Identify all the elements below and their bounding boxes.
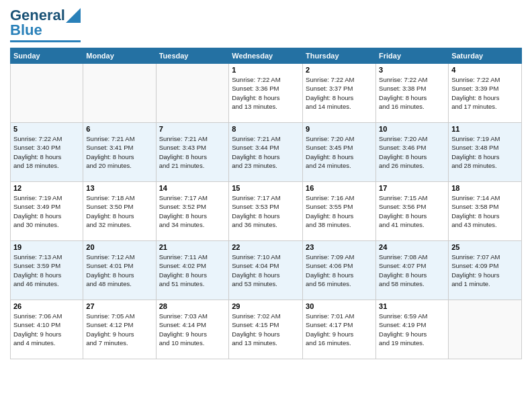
day-info: Sunrise: 7:05 AM Sunset: 4:12 PM Dayligh…: [86, 312, 152, 347]
day-info: Sunrise: 7:10 AM Sunset: 4:04 PM Dayligh…: [232, 253, 300, 288]
day-info: Sunrise: 7:15 AM Sunset: 3:56 PM Dayligh…: [379, 193, 445, 229]
day-number: 17: [379, 184, 445, 192]
calendar-cell: 2Sunrise: 7:22 AM Sunset: 3:37 PM Daylig…: [303, 64, 376, 123]
calendar-cell: [83, 64, 156, 123]
day-number: 26: [13, 302, 80, 310]
day-info: Sunrise: 7:20 AM Sunset: 3:45 PM Dayligh…: [306, 134, 373, 170]
day-number: 30: [306, 302, 373, 310]
day-info: Sunrise: 7:22 AM Sunset: 3:39 PM Dayligh…: [451, 75, 519, 111]
calendar-cell: 5Sunrise: 7:22 AM Sunset: 3:40 PM Daylig…: [11, 123, 83, 182]
day-number: 16: [306, 184, 373, 192]
day-number: 28: [159, 302, 226, 310]
day-info: Sunrise: 7:22 AM Sunset: 3:40 PM Dayligh…: [13, 134, 80, 170]
day-number: 21: [159, 243, 226, 251]
day-number: 22: [232, 243, 300, 251]
weekday-header-thursday: Thursday: [303, 48, 376, 64]
header: General Blue: [10, 7, 522, 42]
calendar-cell: 14Sunrise: 7:17 AM Sunset: 3:52 PM Dayli…: [156, 182, 229, 241]
calendar-week-row: 5Sunrise: 7:22 AM Sunset: 3:40 PM Daylig…: [11, 123, 522, 182]
day-number: 2: [306, 66, 373, 74]
day-number: 29: [232, 302, 300, 310]
weekday-header-saturday: Saturday: [449, 48, 522, 64]
day-info: Sunrise: 7:21 AM Sunset: 3:41 PM Dayligh…: [86, 134, 152, 170]
day-number: 5: [13, 125, 80, 133]
day-info: Sunrise: 6:59 AM Sunset: 4:19 PM Dayligh…: [379, 312, 445, 347]
day-number: 23: [306, 243, 373, 251]
calendar-cell: 6Sunrise: 7:21 AM Sunset: 3:41 PM Daylig…: [83, 123, 156, 182]
calendar-cell: 30Sunrise: 7:01 AM Sunset: 4:17 PM Dayli…: [303, 300, 376, 359]
day-info: Sunrise: 7:21 AM Sunset: 3:43 PM Dayligh…: [159, 134, 226, 170]
main-container: General Blue SundayMondayTuesdayWednesda…: [0, 0, 532, 411]
calendar-table: SundayMondayTuesdayWednesdayThursdayFrid…: [10, 48, 522, 359]
calendar-cell: 7Sunrise: 7:21 AM Sunset: 3:43 PM Daylig…: [156, 123, 229, 182]
day-info: Sunrise: 7:13 AM Sunset: 3:59 PM Dayligh…: [13, 253, 80, 288]
calendar-cell: 4Sunrise: 7:22 AM Sunset: 3:39 PM Daylig…: [449, 64, 522, 123]
day-number: 18: [451, 184, 519, 192]
day-info: Sunrise: 7:14 AM Sunset: 3:58 PM Dayligh…: [451, 193, 519, 229]
day-info: Sunrise: 7:21 AM Sunset: 3:44 PM Dayligh…: [232, 134, 300, 170]
day-number: 9: [306, 125, 373, 133]
calendar-cell: 27Sunrise: 7:05 AM Sunset: 4:12 PM Dayli…: [83, 300, 156, 359]
logo-blue-text: Blue: [10, 21, 42, 39]
day-info: Sunrise: 7:08 AM Sunset: 4:07 PM Dayligh…: [379, 253, 445, 288]
day-info: Sunrise: 7:17 AM Sunset: 3:53 PM Dayligh…: [232, 193, 300, 229]
day-info: Sunrise: 7:22 AM Sunset: 3:36 PM Dayligh…: [232, 75, 300, 111]
day-number: 1: [232, 66, 300, 74]
weekday-header-friday: Friday: [376, 48, 449, 64]
day-number: 13: [86, 184, 152, 192]
day-number: 24: [379, 243, 445, 251]
day-number: 3: [379, 66, 445, 74]
day-info: Sunrise: 7:22 AM Sunset: 3:38 PM Dayligh…: [379, 75, 445, 111]
day-number: 10: [379, 125, 445, 133]
day-info: Sunrise: 7:19 AM Sunset: 3:49 PM Dayligh…: [13, 193, 80, 229]
calendar-week-row: 26Sunrise: 7:06 AM Sunset: 4:10 PM Dayli…: [11, 300, 522, 359]
day-number: 27: [86, 302, 152, 310]
day-info: Sunrise: 7:07 AM Sunset: 4:09 PM Dayligh…: [451, 253, 519, 288]
weekday-header-row: SundayMondayTuesdayWednesdayThursdayFrid…: [11, 48, 522, 64]
logo-divider: [10, 40, 81, 42]
calendar-cell: [156, 64, 229, 123]
day-number: 11: [451, 125, 519, 133]
calendar-cell: [449, 300, 522, 359]
day-info: Sunrise: 7:09 AM Sunset: 4:06 PM Dayligh…: [306, 253, 373, 288]
calendar-cell: 22Sunrise: 7:10 AM Sunset: 4:04 PM Dayli…: [229, 241, 303, 300]
weekday-header-wednesday: Wednesday: [229, 48, 303, 64]
weekday-header-tuesday: Tuesday: [156, 48, 229, 64]
day-info: Sunrise: 7:18 AM Sunset: 3:50 PM Dayligh…: [86, 193, 152, 229]
calendar-cell: 21Sunrise: 7:11 AM Sunset: 4:02 PM Dayli…: [156, 241, 229, 300]
calendar-cell: 23Sunrise: 7:09 AM Sunset: 4:06 PM Dayli…: [303, 241, 376, 300]
calendar-cell: 18Sunrise: 7:14 AM Sunset: 3:58 PM Dayli…: [449, 182, 522, 241]
calendar-week-row: 19Sunrise: 7:13 AM Sunset: 3:59 PM Dayli…: [11, 241, 522, 300]
calendar-cell: 19Sunrise: 7:13 AM Sunset: 3:59 PM Dayli…: [11, 241, 83, 300]
day-info: Sunrise: 7:01 AM Sunset: 4:17 PM Dayligh…: [306, 312, 373, 347]
calendar-week-row: 12Sunrise: 7:19 AM Sunset: 3:49 PM Dayli…: [11, 182, 522, 241]
day-number: 6: [86, 125, 152, 133]
day-info: Sunrise: 7:12 AM Sunset: 4:01 PM Dayligh…: [86, 253, 152, 288]
day-number: 25: [451, 243, 519, 251]
day-number: 14: [159, 184, 226, 192]
calendar-cell: 10Sunrise: 7:20 AM Sunset: 3:46 PM Dayli…: [376, 123, 449, 182]
calendar-cell: 28Sunrise: 7:03 AM Sunset: 4:14 PM Dayli…: [156, 300, 229, 359]
day-number: 7: [159, 125, 226, 133]
calendar-cell: 29Sunrise: 7:02 AM Sunset: 4:15 PM Dayli…: [229, 300, 303, 359]
logo-icon: [66, 8, 81, 23]
day-info: Sunrise: 7:17 AM Sunset: 3:52 PM Dayligh…: [159, 193, 226, 229]
day-number: 15: [232, 184, 300, 192]
weekday-header-monday: Monday: [83, 48, 156, 64]
svg-marker-0: [66, 8, 81, 23]
day-number: 8: [232, 125, 300, 133]
calendar-cell: 20Sunrise: 7:12 AM Sunset: 4:01 PM Dayli…: [83, 241, 156, 300]
calendar-cell: 8Sunrise: 7:21 AM Sunset: 3:44 PM Daylig…: [229, 123, 303, 182]
day-number: 31: [379, 302, 445, 310]
day-info: Sunrise: 7:11 AM Sunset: 4:02 PM Dayligh…: [159, 253, 226, 288]
calendar-cell: [11, 64, 83, 123]
day-info: Sunrise: 7:03 AM Sunset: 4:14 PM Dayligh…: [159, 312, 226, 347]
calendar-cell: 15Sunrise: 7:17 AM Sunset: 3:53 PM Dayli…: [229, 182, 303, 241]
day-number: 12: [13, 184, 80, 192]
calendar-week-row: 1Sunrise: 7:22 AM Sunset: 3:36 PM Daylig…: [11, 64, 522, 123]
day-info: Sunrise: 7:20 AM Sunset: 3:46 PM Dayligh…: [379, 134, 445, 170]
calendar-cell: 3Sunrise: 7:22 AM Sunset: 3:38 PM Daylig…: [376, 64, 449, 123]
calendar-cell: 26Sunrise: 7:06 AM Sunset: 4:10 PM Dayli…: [11, 300, 83, 359]
logo: General Blue: [10, 7, 81, 42]
calendar-cell: 12Sunrise: 7:19 AM Sunset: 3:49 PM Dayli…: [11, 182, 83, 241]
